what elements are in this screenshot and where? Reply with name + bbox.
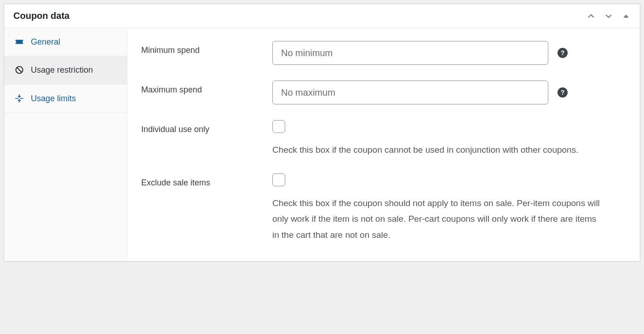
minimum-spend-input[interactable]	[272, 41, 548, 65]
panel-header: Coupon data	[4, 4, 640, 28]
svg-line-2	[17, 68, 22, 73]
field-row-maximum-spend: Maximum spend ?	[141, 81, 626, 104]
coupon-tabs: General Usage restriction Usage limits	[4, 28, 127, 261]
individual-use-checkbox[interactable]	[272, 120, 285, 133]
individual-use-description: Check this box if the coupon cannot be u…	[272, 142, 604, 158]
ban-icon	[14, 65, 24, 75]
panel-body: General Usage restriction Usage limits M…	[4, 28, 640, 261]
tab-usage-restriction[interactable]: Usage restriction	[4, 56, 127, 84]
exclude-sale-description: Check this box if the coupon should not …	[272, 196, 604, 243]
field-row-exclude-sale: Exclude sale items Check this box if the…	[141, 173, 626, 243]
help-icon[interactable]: ?	[558, 48, 568, 58]
move-up-icon[interactable]	[586, 12, 596, 21]
individual-use-label: Individual use only	[141, 120, 272, 134]
panel-header-controls	[586, 12, 631, 21]
field-row-minimum-spend: Minimum spend ?	[141, 41, 626, 65]
field-row-individual-use: Individual use only Check this box if th…	[141, 120, 626, 158]
move-down-icon[interactable]	[604, 12, 613, 21]
ticket-icon	[14, 37, 24, 47]
minimum-spend-label: Minimum spend	[141, 41, 272, 55]
maximum-spend-label: Maximum spend	[141, 81, 272, 95]
exclude-sale-checkbox[interactable]	[272, 173, 285, 186]
tab-usage-limits-label: Usage limits	[31, 93, 117, 104]
tab-general-label: General	[31, 36, 117, 47]
tab-general[interactable]: General	[4, 28, 127, 56]
contract-icon	[14, 93, 24, 104]
help-icon[interactable]: ?	[558, 87, 568, 98]
exclude-sale-label: Exclude sale items	[141, 173, 272, 188]
tab-content: Minimum spend ? Maximum spend ?	[127, 28, 640, 261]
collapse-toggle-icon[interactable]	[621, 12, 631, 21]
maximum-spend-input[interactable]	[272, 81, 548, 104]
coupon-data-panel: Coupon data General	[4, 4, 640, 262]
panel-title: Coupon data	[13, 11, 69, 21]
tab-usage-restriction-label: Usage restriction	[31, 64, 117, 75]
svg-marker-0	[623, 14, 629, 17]
tab-usage-limits[interactable]: Usage limits	[4, 85, 127, 113]
